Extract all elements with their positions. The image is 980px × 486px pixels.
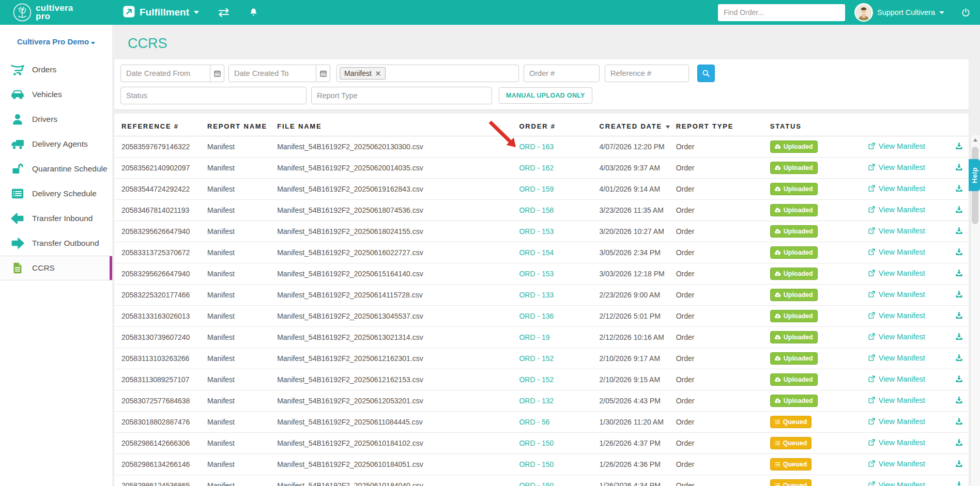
download-icon[interactable]	[955, 290, 963, 299]
download-icon[interactable]	[955, 184, 963, 193]
date-created-to-input[interactable]	[228, 65, 316, 82]
view-manifest-link[interactable]: View Manifest	[868, 206, 925, 214]
order-link[interactable]: ORD - 162	[519, 164, 554, 172]
sidebar-item-drivers[interactable]: Drivers	[0, 107, 112, 132]
column-header-reference[interactable]: REFERENCE #	[114, 114, 202, 136]
column-header-file-name[interactable]: FILE NAME	[272, 114, 514, 136]
sidebar-item-orders[interactable]: Orders	[0, 57, 112, 82]
order-link[interactable]: ORD - 150	[519, 481, 554, 486]
download-icon[interactable]	[955, 247, 963, 256]
sidebar-item-quarantine-schedule[interactable]: Quarantine Schedule	[0, 156, 112, 181]
calendar-icon[interactable]	[316, 65, 330, 82]
order-link[interactable]: ORD - 154	[519, 248, 554, 257]
calendar-icon[interactable]	[210, 65, 224, 82]
user-avatar[interactable]	[854, 3, 873, 22]
view-manifest-link[interactable]: View Manifest	[868, 375, 925, 383]
order-number-input[interactable]	[524, 65, 600, 82]
download-icon[interactable]	[955, 311, 963, 320]
sidebar-item-ccrs[interactable]: CCRS	[0, 256, 112, 280]
order-link[interactable]: ORD - 152	[519, 354, 554, 363]
order-link[interactable]: ORD - 150	[519, 439, 554, 447]
order-link[interactable]: ORD - 133	[519, 291, 554, 299]
order-link[interactable]: ORD - 153	[519, 227, 554, 236]
view-manifest-link[interactable]: View Manifest	[868, 290, 925, 299]
order-link[interactable]: ORD - 159	[519, 185, 554, 193]
scrollbar-up-arrow[interactable]	[971, 135, 980, 145]
arrow-left-icon	[9, 211, 26, 226]
download-icon[interactable]	[955, 269, 963, 277]
view-manifest-link[interactable]: View Manifest	[868, 354, 925, 362]
order-link[interactable]: ORD - 153	[519, 270, 554, 278]
user-menu[interactable]: Support Cultivera	[877, 8, 944, 17]
view-manifest-link[interactable]: View Manifest	[868, 417, 925, 426]
report-name-cell: Manifest	[202, 179, 272, 200]
status-filter-input[interactable]	[120, 87, 307, 104]
chevron-down-icon	[91, 42, 95, 44]
help-tab[interactable]: Help	[969, 159, 980, 191]
view-manifest-link[interactable]: View Manifest	[868, 269, 925, 277]
view-manifest-link[interactable]: View Manifest	[868, 184, 925, 193]
order-link[interactable]: ORD - 56	[519, 418, 549, 426]
download-icon[interactable]	[955, 417, 963, 426]
manual-upload-only-button[interactable]: MANUAL UPLOAD ONLY	[499, 87, 592, 104]
download-icon[interactable]	[955, 163, 963, 171]
view-manifest-link[interactable]: View Manifest	[868, 333, 925, 341]
download-icon[interactable]	[955, 332, 963, 341]
column-header-report-name[interactable]: REPORT NAME	[202, 114, 272, 136]
sidebar-item-delivery-agents[interactable]: Delivery Agents	[0, 132, 112, 156]
order-link[interactable]: ORD - 136	[519, 312, 554, 320]
column-header-created-date[interactable]: CREATED DATE	[594, 114, 671, 136]
view-manifest-link[interactable]: View Manifest	[868, 163, 925, 171]
view-manifest-link[interactable]: View Manifest	[868, 481, 925, 486]
switch-module-icon[interactable]	[218, 7, 230, 18]
download-icon[interactable]	[955, 374, 963, 383]
sidebar-item-label: Delivery Agents	[32, 139, 88, 149]
sidebar-item-transfer-outbound[interactable]: Transfer Outbound	[0, 231, 112, 256]
download-icon[interactable]	[955, 142, 963, 150]
view-manifest-link[interactable]: View Manifest	[868, 227, 925, 235]
order-link[interactable]: ORD - 150	[519, 460, 554, 468]
order-link[interactable]: ORD - 152	[519, 375, 554, 384]
order-link[interactable]: ORD - 158	[519, 206, 554, 214]
view-manifest-link[interactable]: View Manifest	[868, 311, 925, 320]
column-header-status[interactable]: STATUS	[765, 114, 844, 136]
sidebar-item-transfer-inbound[interactable]: Transfer Inbound	[0, 206, 112, 231]
remove-chip-icon[interactable]: ✕	[375, 70, 381, 77]
view-manifest-link[interactable]: View Manifest	[868, 438, 925, 447]
download-icon[interactable]	[955, 396, 963, 404]
download-icon[interactable]	[955, 226, 963, 235]
account-switcher[interactable]: Cultivera Pro Demo	[0, 37, 112, 46]
view-manifest-link[interactable]: View Manifest	[868, 396, 925, 404]
order-link[interactable]: ORD - 19	[519, 333, 549, 341]
notifications-bell-icon[interactable]	[249, 7, 258, 18]
download-icon[interactable]	[955, 205, 963, 214]
download-icon[interactable]	[955, 480, 963, 486]
created-date-cell: 2/23/2026 9:00 AM	[594, 285, 671, 306]
date-created-from-input[interactable]	[120, 65, 210, 82]
logout-power-icon[interactable]	[961, 8, 971, 18]
external-link-icon	[868, 311, 876, 319]
download-icon[interactable]	[955, 438, 963, 447]
reference-cell: 20583597679146322	[114, 136, 202, 158]
order-link[interactable]: ORD - 163	[519, 143, 554, 151]
column-header-order[interactable]: ORDER #	[514, 114, 594, 136]
view-manifest-link[interactable]: View Manifest	[868, 142, 925, 150]
file-name-cell: Manifest_54B16192F2_20250612162153.csv	[272, 369, 514, 390]
download-icon[interactable]	[955, 459, 963, 468]
reference-number-input[interactable]	[605, 65, 689, 82]
view-manifest-label: View Manifest	[879, 163, 925, 171]
view-manifest-link[interactable]: View Manifest	[868, 460, 925, 468]
download-icon[interactable]	[955, 353, 963, 362]
search-button[interactable]	[697, 65, 715, 82]
report-name-multiselect[interactable]: Manifest ✕	[336, 65, 519, 82]
view-manifest-link[interactable]: View Manifest	[868, 248, 925, 256]
external-link-icon	[868, 184, 876, 192]
find-order-input[interactable]	[718, 4, 845, 21]
brand-logo[interactable]: cultívera pro	[12, 3, 105, 22]
report-type-filter-input[interactable]	[311, 87, 492, 104]
module-switcher[interactable]: Fulfillment	[123, 6, 199, 20]
sidebar-item-vehicles[interactable]: Vehicles	[0, 82, 112, 107]
column-header-report-type[interactable]: REPORT TYPE	[671, 114, 765, 136]
sidebar-item-delivery-schedule[interactable]: Delivery Schedule	[0, 181, 112, 206]
order-link[interactable]: ORD - 132	[519, 397, 554, 405]
